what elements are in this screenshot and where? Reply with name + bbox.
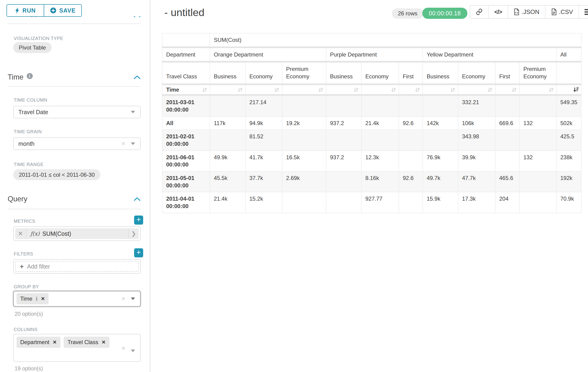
chart-type-collapse-icon[interactable] (133, 16, 141, 18)
add-filter-dropzone[interactable]: + Add filter (15, 261, 139, 272)
clear-icon[interactable]: × (122, 140, 125, 147)
time-column-label: TIME COLUMN (14, 97, 47, 103)
column-sort-header[interactable] (423, 84, 458, 95)
run-button[interactable]: RUN (7, 4, 44, 17)
time-sort-header[interactable]: Time (162, 84, 210, 95)
column-sort-header[interactable] (556, 84, 581, 95)
value-cell (361, 130, 399, 150)
sort-icon[interactable] (414, 86, 421, 93)
metric-main[interactable]: ƒ(x) SUM(Cost) (26, 230, 128, 237)
save-button[interactable]: SAVE (44, 4, 82, 17)
copy-link-button[interactable] (470, 6, 488, 18)
table-row: 2011-02-01 00:00:0081.52343.98425.5 (162, 130, 581, 150)
viz-type-pill[interactable]: Pivot Table (13, 42, 52, 53)
column-sort-header[interactable] (210, 84, 245, 95)
value-cell (519, 130, 556, 150)
sort-icon[interactable] (487, 86, 493, 93)
value-cell (282, 192, 326, 213)
time-grain-label: TIME GRAIN (14, 129, 42, 134)
clear-icon[interactable]: × (122, 296, 125, 302)
value-cell: 49.7k (423, 171, 458, 192)
chart-title[interactable]: - untitled (164, 7, 205, 19)
filters-label: FILTERS (14, 251, 33, 257)
time-collapse-icon[interactable] (133, 75, 141, 80)
view-query-button[interactable]: </> (488, 6, 508, 18)
export-csv-button[interactable]: .CSV (545, 6, 579, 18)
value-cell (495, 95, 519, 117)
value-cell: 15.2k (245, 192, 282, 213)
value-cell: 192k (556, 171, 581, 192)
department-label: Department (162, 47, 210, 62)
column-sort-header[interactable] (361, 84, 399, 95)
remove-tag-icon[interactable]: ✕ (41, 296, 45, 302)
sort-icon[interactable] (450, 86, 456, 93)
sort-icon-active[interactable] (573, 86, 579, 93)
sort-icon[interactable] (511, 86, 517, 93)
group-by-select[interactable]: Time i ✕ × (13, 291, 141, 307)
sort-icon[interactable] (390, 86, 397, 93)
time-range-label: TIME RANGE (14, 162, 43, 167)
column-group-header: Yellow Department (423, 47, 556, 62)
value-cell (399, 95, 423, 117)
value-cell: 39.9k (458, 151, 495, 171)
add-filter-button[interactable]: + (134, 248, 143, 257)
chevron-right-icon[interactable]: ❯ (128, 228, 139, 239)
column-sort-header[interactable] (326, 84, 361, 95)
sort-icon[interactable] (237, 86, 243, 93)
columns-tag[interactable]: Department ✕ (17, 337, 60, 348)
table-row: 2011-06-01 00:00:0049.9k41.7k16.5k937.21… (162, 151, 581, 171)
column-sort-header[interactable] (282, 84, 326, 95)
sort-icon[interactable] (353, 86, 359, 93)
column-header: Premium Economy (282, 62, 326, 84)
query-collapse-icon[interactable] (133, 197, 141, 201)
value-cell: 465.6 (495, 171, 519, 192)
value-cell: 8.16k (361, 171, 399, 192)
time-range-pill[interactable]: 2011-01-01 ≤ col < 2011-06-30 (13, 169, 100, 180)
time-grain-select[interactable]: month × (13, 138, 141, 150)
remove-tag-icon[interactable]: ✕ (102, 340, 106, 345)
pivot-table-wrap: SUM(Cost)DepartmentOrange DepartmentPurp… (162, 33, 581, 213)
metric-pill[interactable]: ✕ ƒ(x) SUM(Cost) ❯ (15, 228, 139, 239)
value-cell (399, 130, 423, 150)
sort-icon[interactable] (548, 86, 554, 93)
column-sort-header[interactable] (458, 84, 495, 95)
column-sort-header[interactable] (519, 84, 556, 95)
value-cell: 106k (458, 117, 495, 130)
value-cell (399, 192, 423, 213)
clear-icon[interactable]: × (122, 345, 125, 351)
remove-metric-icon[interactable]: ✕ (15, 228, 26, 239)
table-row: 2011-03-01 00:00:00217.14332.21549.35 (162, 95, 581, 117)
results-menu-button[interactable] (578, 6, 588, 18)
column-sort-header[interactable] (245, 84, 282, 95)
column-header: Economy (245, 62, 282, 84)
column-sort-header[interactable] (495, 84, 519, 95)
time-heading-label: Time (8, 73, 23, 81)
metric-name: SUM(Cost) (42, 230, 71, 237)
remove-tag-icon[interactable]: ✕ (52, 340, 57, 345)
panel-scroll-area[interactable]: Chart Type VISUALIZATION TYPE Pivot Tabl… (0, 16, 150, 372)
sort-icon[interactable] (318, 86, 324, 93)
sort-icon[interactable] (201, 86, 208, 93)
time-column-select[interactable]: Travel Date (13, 106, 141, 118)
pivot-table: SUM(Cost)DepartmentOrange DepartmentPurp… (162, 33, 581, 213)
sort-icon[interactable] (274, 86, 280, 93)
value-cell: 19.2k (282, 117, 326, 130)
value-cell (326, 95, 361, 117)
value-cell: 117k (210, 117, 245, 130)
control-panel: RUN SAVE Chart Type VISUALIZATION TYPE P… (0, 0, 150, 372)
column-sort-header[interactable] (399, 84, 423, 95)
column-header: Premium Economy (519, 62, 556, 84)
main-area: - untitled 26 rows 00:00:00.18 </> .JSON… (151, 0, 588, 372)
value-cell: 204 (495, 192, 519, 213)
row-label: 2011-03-01 00:00:00 (162, 95, 210, 117)
value-cell: 37.7k (245, 171, 282, 192)
group-by-tag[interactable]: Time i ✕ (17, 293, 49, 304)
row-label: All (162, 117, 210, 130)
export-json-button[interactable]: .JSON (508, 6, 545, 18)
tag-label: Travel Class (67, 339, 98, 345)
columns-tag[interactable]: Travel Class ✕ (64, 337, 109, 348)
value-cell: 47.7k (458, 171, 495, 192)
columns-select[interactable]: Department ✕ Travel Class ✕ × (13, 334, 141, 362)
add-metric-button[interactable]: + (134, 215, 143, 225)
group-by-options-hint: 20 option(s) (15, 311, 43, 317)
